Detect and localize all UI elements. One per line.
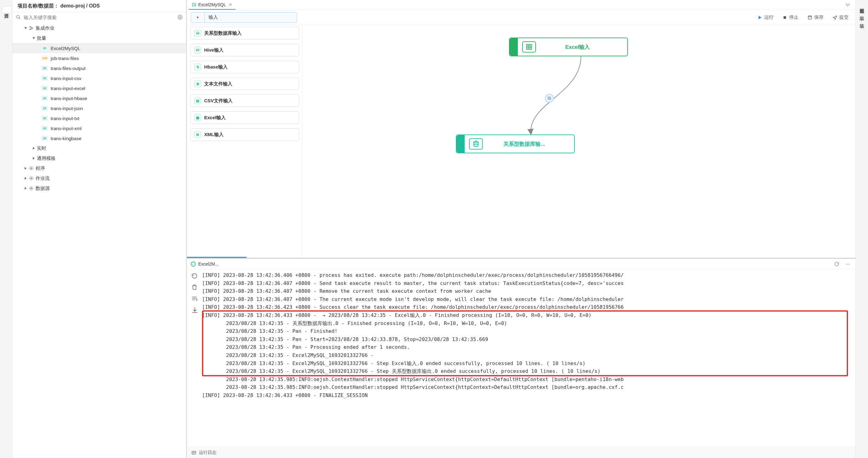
console-header: ✓ Excel2M... — [187, 259, 856, 269]
search-input[interactable] [24, 15, 177, 20]
tree-folder-0[interactable]: 批量 [12, 33, 186, 43]
trash-icon[interactable] [191, 284, 198, 291]
right-tab-draft[interactable]: 草稿 [858, 17, 866, 23]
tree-top-0[interactable]: 程序 [12, 163, 186, 173]
svg-line-1 [19, 18, 20, 19]
category-select[interactable]: ▾ 输入 [191, 12, 297, 23]
node-stripe [510, 38, 518, 56]
status-success-icon: ✓ [191, 262, 196, 267]
workspace: ⛁ 关系型数据库输入 Hi Hive输入 ⇅ Hbase输入 ≣ 文本文件输入 … [187, 25, 856, 258]
palette-item-label: Hbase输入 [204, 64, 228, 70]
canvas[interactable]: Excel输入 关系型数据库输... [303, 25, 856, 258]
tree-item-trans-kingbase[interactable]: DItrans-kingbase [12, 133, 186, 143]
console-footer: 运行日志 [187, 447, 856, 458]
run-button[interactable]: 运行 [754, 13, 777, 22]
reload-icon[interactable] [191, 273, 198, 279]
svg-marker-9 [33, 37, 35, 39]
tree-item-trans-input-json[interactable]: DItrans-input-json [12, 103, 186, 113]
submit-label: 提交 [839, 14, 848, 20]
tree-item-trans-input-hbase[interactable]: DItrans-input-hbase [12, 93, 186, 103]
palette-item-icon: ⛁ [194, 30, 201, 37]
close-icon[interactable]: ✕ [228, 2, 232, 7]
svg-point-15 [31, 178, 32, 179]
node-rdb-output[interactable]: 关系型数据库输... [456, 134, 575, 153]
svg-rect-23 [548, 97, 550, 99]
submit-button[interactable]: 提交 [829, 13, 852, 22]
wrap-icon[interactable] [191, 295, 198, 302]
left-rail-tab-resources[interactable]: 资源 [2, 6, 11, 13]
right-tab-version[interactable]: 版本 [858, 9, 866, 16]
svg-rect-20 [808, 16, 812, 19]
toolbar: ▾ 输入 运行 停止 保存 提交 [187, 10, 856, 25]
tab-excel2mysql[interactable]: DI Excel2MySQL ✕ [189, 0, 236, 10]
download-icon[interactable] [191, 306, 198, 313]
stop-label: 停止 [789, 14, 799, 20]
tree-item-trans-input-excel[interactable]: DItrans-input-excel [12, 83, 186, 93]
tree-item-trans-input-xml[interactable]: DItrans-input-xml [12, 123, 186, 133]
svg-rect-22 [549, 98, 551, 100]
palette-item-icon: Hi [194, 47, 201, 54]
refresh-icon[interactable] [832, 261, 841, 267]
tree-folder-2[interactable]: 通用模板 [12, 153, 186, 163]
svg-marker-10 [33, 147, 35, 150]
palette-text-in[interactable]: ≣ 文本文件输入 [190, 78, 299, 90]
palette-item-icon: ▦ [194, 114, 201, 121]
svg-rect-19 [783, 16, 786, 19]
resource-tree: 集成作业批量DIExcel2MySQLJobjob-trans-filesDIt… [12, 22, 186, 458]
expand-down-icon[interactable] [842, 2, 854, 8]
tree-item-trans-input-csv[interactable]: DItrans-input-csv [12, 73, 186, 83]
node-palette: ⛁ 关系型数据库输入 Hi Hive输入 ⇅ Hbase输入 ≣ 文本文件输入 … [187, 25, 303, 258]
palette-excel-in[interactable]: ▦ Excel输入 [190, 111, 299, 124]
palette-xml-in[interactable]: ⧉ XML输入 [190, 128, 299, 141]
palette-rdb-in[interactable]: ⛁ 关系型数据库输入 [190, 27, 299, 39]
database-icon [469, 138, 483, 150]
sidebar: 项目名称/数据层： demo-proj / ODS 集成作业批量DIExcel2… [12, 0, 187, 458]
svg-point-0 [17, 15, 20, 18]
left-rail: 资源 [0, 0, 12, 458]
svg-point-17 [31, 188, 32, 189]
palette-item-label: XML输入 [204, 132, 223, 138]
tree-item-trans-input-txt[interactable]: DItrans-input-txt [12, 113, 186, 123]
svg-point-7 [30, 29, 31, 30]
console: ✓ Excel2M... — [INFO] 2023-08-28 13:42:3… [187, 258, 856, 458]
node-excel-input[interactable]: Excel输入 [509, 37, 628, 56]
save-label: 保存 [814, 14, 824, 20]
di-icon: DI [192, 2, 196, 7]
node-stripe [457, 135, 465, 153]
grid-icon [522, 41, 536, 53]
minimize-icon[interactable]: — [844, 262, 852, 266]
svg-marker-5 [24, 27, 27, 29]
tree-item-trans-files-output[interactable]: DItrans-files-output [12, 63, 186, 73]
console-title: Excel2M... [198, 262, 219, 267]
right-rail: 通用配置 版本 草稿 [856, 0, 868, 458]
tree-item-job-trans-files[interactable]: Jobjob-trans-files [12, 53, 186, 63]
tab-label: Excel2MySQL [198, 2, 226, 7]
tree-item-Excel2MySQL[interactable]: DIExcel2MySQL [12, 43, 186, 53]
console-foot-label: 运行日志 [199, 450, 216, 456]
console-tools [187, 269, 202, 447]
palette-hbase-in[interactable]: ⇅ Hbase输入 [190, 61, 299, 73]
svg-rect-24 [527, 44, 532, 50]
tree-root[interactable]: 集成作业 [12, 23, 186, 33]
palette-hive-in[interactable]: Hi Hive输入 [190, 44, 299, 56]
log-icon [191, 450, 196, 455]
tree-folder-1[interactable]: 实时 [12, 143, 186, 153]
palette-csv-in[interactable]: ▤ CSV文件输入 [190, 94, 299, 107]
project-breadcrumb: 项目名称/数据层： demo-proj / ODS [12, 0, 186, 12]
palette-item-icon: ≣ [194, 81, 201, 87]
tree-top-1[interactable]: 作业流 [12, 173, 186, 183]
save-button[interactable]: 保存 [804, 13, 827, 22]
editor-tabbar: DI Excel2MySQL ✕ [187, 0, 856, 10]
run-label: 运行 [764, 14, 774, 20]
right-tab-config[interactable]: 通用配置 [858, 2, 866, 8]
log-output[interactable]: [INFO] 2023-08-28 13:42:36.406 +0800 - p… [202, 269, 856, 447]
svg-point-8 [32, 28, 33, 29]
tree-top-2[interactable]: 数据源 [12, 183, 186, 193]
stop-button[interactable]: 停止 [779, 13, 802, 22]
svg-marker-11 [33, 157, 35, 159]
svg-point-6 [30, 27, 31, 28]
node-label: Excel输入 [540, 43, 627, 51]
add-icon[interactable] [177, 14, 183, 20]
edge-copy-icon[interactable] [545, 94, 554, 102]
log-highlight-box [202, 310, 848, 376]
